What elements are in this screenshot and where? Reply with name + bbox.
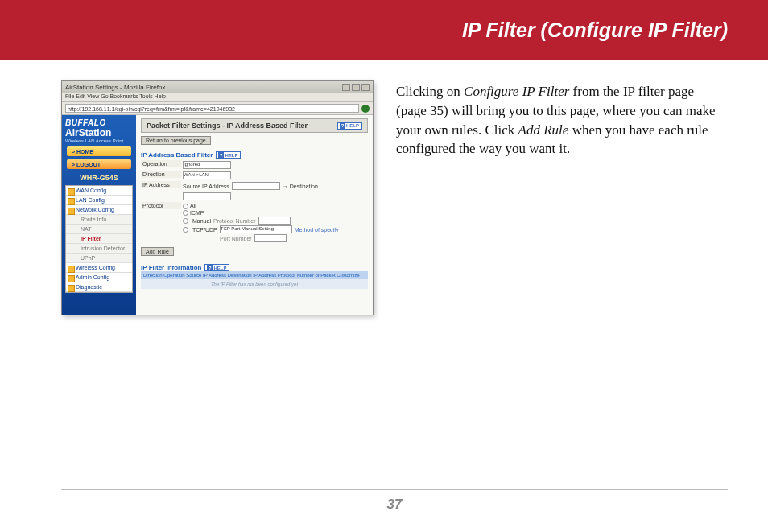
dest-ip-label: → Destination xyxy=(283,184,318,189)
filter-form: Operation Ignored Direction WAN->LAN IP … xyxy=(141,160,368,243)
section-filter-label: IP Address Based Filter xyxy=(141,151,213,159)
info-table-header: Direction Operation Source IP Address De… xyxy=(141,271,368,279)
browser-menubar[interactable]: File Edit View Go Bookmarks Tools Help xyxy=(62,93,373,102)
sidebar-item-route[interactable]: Route Info xyxy=(66,215,132,225)
brand-airstation: AirStation xyxy=(65,127,133,138)
body-i2: Add Rule xyxy=(518,122,569,138)
section-info-label: IP Filter Information xyxy=(141,264,201,271)
help-button[interactable]: HELP xyxy=(216,151,241,159)
protocol-label: Protocol xyxy=(141,202,181,209)
section-filter: IP Address Based Filter HELP xyxy=(141,151,368,159)
window-title: AirStation Settings - Mozilla Firefox xyxy=(65,84,166,91)
brand-buffalo: BUFFALO xyxy=(65,118,133,127)
panel-title-text: Packet Filter Settings - IP Address Base… xyxy=(147,122,308,130)
proto-all-label: All xyxy=(190,203,196,208)
logout-button[interactable]: > LOGOUT xyxy=(67,159,131,169)
embedded-screenshot: AirStation Settings - Mozilla Firefox Fi… xyxy=(61,80,374,315)
proto-all-radio[interactable] xyxy=(183,204,188,209)
proto-tcpudp-radio[interactable] xyxy=(183,227,188,233)
home-button[interactable]: > HOME xyxy=(67,146,131,156)
operation-label: Operation xyxy=(141,160,181,167)
section-info: IP Filter Information HELP xyxy=(141,264,368,271)
source-ip-label: Source IP Address xyxy=(183,184,229,189)
page-number: 37 xyxy=(61,497,728,513)
footer-divider xyxy=(61,489,728,490)
port-method-label: Method of specify xyxy=(295,227,339,233)
sidebar-item-lan[interactable]: LAN Config xyxy=(66,196,132,205)
sidebar-item-nat[interactable]: NAT xyxy=(66,225,132,234)
dest-ip-input[interactable] xyxy=(183,192,231,200)
page-header: IP Filter (Configure IP Filter) xyxy=(0,0,768,60)
browser-addressbar: http://192.168.11.1/cgi-bin/cgi?req=frm&… xyxy=(62,102,373,115)
sidebar: BUFFALO AirStation Wireless LAN Access P… xyxy=(62,115,136,315)
info-empty: The IP Filter has not been configured ye… xyxy=(141,279,368,289)
proto-tcpudp-label: TCP/UDP xyxy=(192,227,217,233)
address-input[interactable]: http://192.168.11.1/cgi-bin/cgi?req=frm&… xyxy=(65,104,359,113)
help-button[interactable]: HELP xyxy=(337,122,362,130)
port-number-label: Port Number xyxy=(220,236,252,241)
body-paragraph: Clicking on Configure IP Filter from the… xyxy=(396,80,728,315)
filter-info: IP Filter Information HELP Direction Ope… xyxy=(141,264,368,289)
model-label: WHR-G54S xyxy=(62,174,136,182)
sidebar-item-network[interactable]: Network Config xyxy=(66,205,132,215)
direction-select[interactable]: WAN->LAN xyxy=(183,171,231,179)
panel-title: Packet Filter Settings - IP Address Base… xyxy=(141,118,368,133)
sidebar-item-diagnostic[interactable]: Diagnostic xyxy=(66,282,132,292)
sidebar-logo: BUFFALO AirStation Wireless LAN Access P… xyxy=(62,115,136,145)
return-button[interactable]: Return to previous page xyxy=(141,136,211,145)
proto-number-hint: Protocol Number xyxy=(213,218,256,224)
page-footer: 37 xyxy=(61,489,728,513)
window-titlebar: AirStation Settings - Mozilla Firefox xyxy=(62,81,373,93)
brand-subtitle: Wireless LAN Access Point xyxy=(65,138,133,143)
body-i1: Configure IP Filter xyxy=(464,84,569,99)
sidebar-item-wan[interactable]: WAN Config xyxy=(66,186,132,196)
port-setting-select[interactable]: TCP Port Manual Setting xyxy=(220,225,292,233)
sidebar-item-ipfilter[interactable]: IP Filter xyxy=(66,234,132,244)
proto-icmp-label: ICMP xyxy=(190,210,204,216)
sidebar-item-admin[interactable]: Admin Config xyxy=(66,273,132,282)
proto-manual-label: Manual xyxy=(192,218,211,224)
operation-select[interactable]: Ignored xyxy=(183,161,231,169)
go-icon[interactable] xyxy=(361,105,370,113)
sidebar-item-wireless[interactable]: Wireless Config xyxy=(66,263,132,273)
sidebar-item-intrusion[interactable]: Intrusion Detector xyxy=(66,244,132,254)
page-title: IP Filter (Configure IP Filter) xyxy=(462,19,728,42)
proto-manual-radio[interactable] xyxy=(183,218,188,224)
proto-number-input[interactable] xyxy=(258,217,291,225)
sidebar-item-upnp[interactable]: UPnP xyxy=(66,254,132,263)
minimize-icon[interactable] xyxy=(342,84,350,91)
ip-label: IP Address xyxy=(141,181,181,188)
window-controls xyxy=(342,84,370,91)
source-ip-input[interactable] xyxy=(232,182,280,190)
maximize-icon[interactable] xyxy=(352,84,360,91)
help-button[interactable]: HELP xyxy=(204,264,229,271)
close-icon[interactable] xyxy=(361,84,370,91)
direction-label: Direction xyxy=(141,171,181,178)
port-number-input[interactable] xyxy=(254,234,287,242)
proto-icmp-radio[interactable] xyxy=(183,210,188,216)
body-t1: Clicking on xyxy=(396,84,464,99)
page-content: AirStation Settings - Mozilla Firefox Fi… xyxy=(0,60,768,315)
main-panel: Packet Filter Settings - IP Address Base… xyxy=(136,115,373,315)
sidebar-menu: WAN Config LAN Config Network Config Rou… xyxy=(65,185,133,293)
screenshot-body: BUFFALO AirStation Wireless LAN Access P… xyxy=(62,115,373,315)
add-rule-button[interactable]: Add Rule xyxy=(141,247,174,256)
